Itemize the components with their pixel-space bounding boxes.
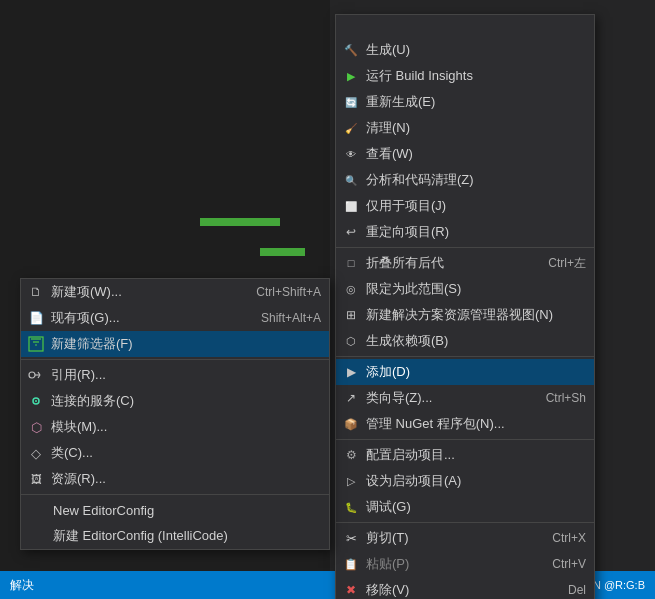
menu-item-scope[interactable]: 限定为此范围(S) <box>336 276 594 302</box>
shortcut-delete: Del <box>548 583 586 597</box>
menu-label-new-filter: 新建筛选器(F) <box>51 335 321 353</box>
context-menu-right: 生成(U) 运行 Build Insights 重新生成(E) 清理(N) 查看… <box>335 14 595 599</box>
resource-icon: 🖼 <box>27 470 45 488</box>
menu-label-add: 添加(D) <box>366 363 586 381</box>
debug-icon <box>342 498 360 516</box>
separator-2 <box>336 356 594 357</box>
separator-3 <box>336 439 594 440</box>
menu-label-paste: 粘贴(P) <box>366 555 526 573</box>
context-menu-left: 🗋 新建项(W)... Ctrl+Shift+A 📄 现有项(G)... Shi… <box>20 278 330 550</box>
left-separator-1 <box>21 359 329 360</box>
menu-item-new-item[interactable]: 🗋 新建项(W)... Ctrl+Shift+A <box>21 279 329 305</box>
left-separator-2 <box>21 494 329 495</box>
collapse-icon <box>342 254 360 272</box>
menu-label-retarget: 重定向项目(R) <box>366 223 586 241</box>
menu-item-setstartup[interactable]: 设为启动项目(A) <box>336 468 594 494</box>
menu-item-editor-config-ic[interactable]: 新建 EditorConfig (IntelliCode) <box>21 523 329 549</box>
service-icon <box>27 392 45 410</box>
menu-label-newsol: 新建解决方案资源管理器视图(N) <box>366 306 586 324</box>
menu-item-configure[interactable]: 配置启动项目... <box>336 442 594 468</box>
menu-item-module[interactable]: ⬡ 模块(M)... <box>21 414 329 440</box>
menu-item-resource[interactable]: 🖼 资源(R)... <box>21 466 329 492</box>
clean-icon <box>342 119 360 137</box>
svg-point-9 <box>35 400 37 402</box>
menu-header-right <box>336 15 594 37</box>
menu-item-view[interactable]: 查看(W) <box>336 141 594 167</box>
shortcut-cut: Ctrl+X <box>532 531 586 545</box>
menu-item-newsol[interactable]: 新建解决方案资源管理器视图(N) <box>336 302 594 328</box>
menu-label-scope: 限定为此范围(S) <box>366 280 586 298</box>
menu-label-ref: 引用(R)... <box>51 366 321 384</box>
menu-item-paste[interactable]: 粘贴(P) Ctrl+V <box>336 551 594 577</box>
menu-item-rebuild[interactable]: 重新生成(E) <box>336 89 594 115</box>
scope-icon <box>342 280 360 298</box>
rebuild-icon <box>342 93 360 111</box>
menu-item-navigate[interactable]: 类向导(Z)... Ctrl+Sh <box>336 385 594 411</box>
menu-label-existing: 现有项(G)... <box>51 309 235 327</box>
menu-item-debug[interactable]: 调试(G) <box>336 494 594 520</box>
menu-label-deps: 生成依赖项(B) <box>366 332 586 350</box>
menu-label-configure: 配置启动项目... <box>366 446 586 464</box>
menu-label-nuget: 管理 NuGet 程序包(N)... <box>366 415 586 433</box>
view-icon <box>342 145 360 163</box>
menu-label-build: 生成(U) <box>366 41 586 59</box>
bottom-bar-label: 解决 <box>10 577 34 594</box>
retarget-icon <box>342 223 360 241</box>
menu-label-cut: 剪切(T) <box>366 529 526 547</box>
menu-label-editor-config: New EditorConfig <box>51 503 321 518</box>
menu-label-class: 类(C)... <box>51 444 321 462</box>
menu-item-editor-config[interactable]: New EditorConfig <box>21 497 329 523</box>
class-icon: ◇ <box>27 444 45 462</box>
delete-icon <box>342 581 360 599</box>
svg-point-4 <box>29 372 35 378</box>
menu-item-new-filter[interactable]: 新建筛选器(F) <box>21 331 329 357</box>
menu-label-rebuild: 重新生成(E) <box>366 93 586 111</box>
menu-item-existing[interactable]: 📄 现有项(G)... Shift+Alt+A <box>21 305 329 331</box>
only-icon <box>342 197 360 215</box>
menu-item-retarget[interactable]: 重定向项目(R) <box>336 219 594 245</box>
green-bar-1 <box>200 218 280 226</box>
menu-item-ref[interactable]: 引用(R)... <box>21 362 329 388</box>
menu-label-only: 仅用于项目(J) <box>366 197 586 215</box>
editor-config-ic-icon <box>27 527 45 545</box>
build-icon <box>342 41 360 59</box>
shortcut-collapse: Ctrl+左 <box>528 255 586 272</box>
existing-icon: 📄 <box>27 309 45 327</box>
new-item-icon: 🗋 <box>27 283 45 301</box>
menu-item-cut[interactable]: 剪切(T) Ctrl+X <box>336 525 594 551</box>
menu-item-nuget[interactable]: 管理 NuGet 程序包(N)... <box>336 411 594 437</box>
shortcut-new-item: Ctrl+Shift+A <box>236 285 321 299</box>
menu-item-build-insights[interactable]: 运行 Build Insights <box>336 63 594 89</box>
menu-label-new-item: 新建项(W)... <box>51 283 230 301</box>
navigate-icon <box>342 389 360 407</box>
green-bar-2 <box>260 248 305 256</box>
menu-label-navigate: 类向导(Z)... <box>366 389 520 407</box>
separator-1 <box>336 247 594 248</box>
menu-item-analyze[interactable]: 分析和代码清理(Z) <box>336 167 594 193</box>
shortcut-paste: Ctrl+V <box>532 557 586 571</box>
add-icon: ▶ <box>342 363 360 381</box>
menu-item-only[interactable]: 仅用于项目(J) <box>336 193 594 219</box>
menu-item-class[interactable]: ◇ 类(C)... <box>21 440 329 466</box>
menu-item-clean[interactable]: 清理(N) <box>336 115 594 141</box>
newsol-icon <box>342 306 360 324</box>
setstartup-icon <box>342 472 360 490</box>
shortcut-existing: Shift+Alt+A <box>241 311 321 325</box>
analyze-icon <box>342 171 360 189</box>
nuget-icon <box>342 415 360 433</box>
new-filter-icon <box>27 335 45 353</box>
menu-item-service[interactable]: 连接的服务(C) <box>21 388 329 414</box>
menu-label-editor-config-ic: 新建 EditorConfig (IntelliCode) <box>51 527 321 545</box>
menu-label-collapse: 折叠所有后代 <box>366 254 522 272</box>
menu-label-setstartup: 设为启动项目(A) <box>366 472 586 490</box>
menu-item-deps[interactable]: 生成依赖项(B) <box>336 328 594 354</box>
shortcut-navigate: Ctrl+Sh <box>526 391 586 405</box>
menu-label-resource: 资源(R)... <box>51 470 321 488</box>
paste-icon <box>342 555 360 573</box>
deps-icon <box>342 332 360 350</box>
menu-item-build[interactable]: 生成(U) <box>336 37 594 63</box>
menu-label-view: 查看(W) <box>366 145 586 163</box>
menu-item-add[interactable]: ▶ 添加(D) <box>336 359 594 385</box>
menu-item-collapse[interactable]: 折叠所有后代 Ctrl+左 <box>336 250 594 276</box>
menu-item-delete[interactable]: 移除(V) Del <box>336 577 594 599</box>
